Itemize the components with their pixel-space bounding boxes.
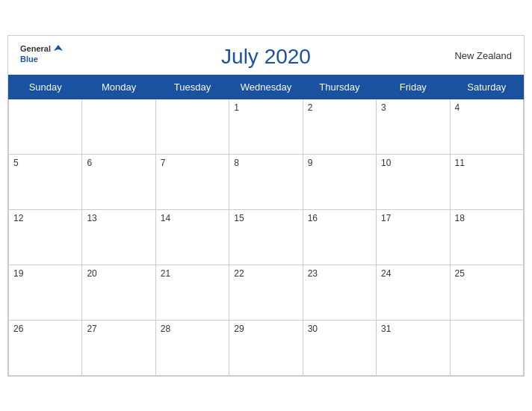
day-number: 4	[455, 102, 460, 113]
calendar-cell: 29	[229, 320, 303, 375]
day-number: 1	[234, 102, 239, 113]
header-tuesday: Tuesday	[155, 75, 229, 99]
day-number: 30	[308, 324, 318, 334]
day-number: 29	[234, 324, 244, 334]
calendar-cell: 2	[303, 99, 376, 154]
header-sunday: Sunday	[9, 75, 82, 99]
calendar-cell: 25	[450, 265, 523, 320]
calendar-cell: 18	[450, 209, 523, 265]
day-number: 13	[87, 213, 96, 223]
day-number: 9	[308, 158, 313, 168]
day-number: 12	[13, 213, 23, 223]
day-number: 31	[381, 324, 391, 334]
header-friday: Friday	[377, 75, 450, 99]
day-number: 27	[87, 324, 96, 334]
calendar-cell: 21	[155, 265, 229, 320]
calendar-header: General Blue July 2020 New Zealand	[8, 36, 524, 75]
calendar-cell: 15	[229, 209, 303, 265]
calendar-cell: 4	[450, 99, 523, 154]
day-number: 11	[455, 158, 465, 168]
calendar-cell: 19	[9, 265, 82, 320]
day-number: 10	[381, 158, 391, 168]
day-number: 25	[455, 268, 465, 279]
calendar-cell: 16	[303, 209, 376, 265]
calendar-cell: 20	[82, 265, 155, 320]
calendar-cell: 9	[303, 154, 376, 209]
month-title: July 2020	[221, 45, 311, 69]
calendar-cell: 13	[82, 209, 155, 265]
calendar-cell: 27	[82, 320, 155, 375]
day-number: 14	[161, 213, 170, 223]
day-number: 8	[234, 158, 239, 168]
day-number: 23	[308, 268, 318, 279]
day-number: 20	[87, 268, 96, 279]
calendar-cell: 23	[303, 265, 376, 320]
logo-blue: Blue	[20, 55, 38, 64]
calendar-cell	[9, 99, 82, 154]
calendar-cell: 7	[155, 154, 229, 209]
calendar-cell: 22	[229, 265, 303, 320]
header-saturday: Saturday	[450, 75, 523, 99]
calendar-cell: 30	[303, 320, 376, 375]
calendar-cell: 3	[377, 99, 450, 154]
calendar-table: Sunday Monday Tuesday Wednesday Thursday…	[8, 75, 524, 376]
day-number: 16	[308, 213, 318, 223]
day-number: 6	[87, 158, 92, 168]
calendar-cell	[450, 320, 523, 375]
header-wednesday: Wednesday	[229, 75, 303, 99]
logo-bird-icon	[52, 43, 64, 55]
calendar-body: 1234567891011121314151617181920212223242…	[9, 99, 524, 375]
day-number: 7	[161, 158, 166, 168]
calendar-container: General Blue July 2020 New Zealand Sunda…	[7, 35, 525, 377]
header-monday: Monday	[82, 75, 155, 99]
day-number: 21	[161, 268, 170, 279]
day-number: 24	[381, 268, 391, 279]
day-number: 5	[13, 158, 19, 168]
calendar-cell: 11	[450, 154, 523, 209]
svg-marker-0	[54, 45, 63, 51]
calendar-cell: 5	[9, 154, 82, 209]
calendar-week-1: 1234	[9, 99, 524, 154]
calendar-cell: 8	[229, 154, 303, 209]
calendar-week-2: 567891011	[9, 154, 524, 209]
calendar-cell: 24	[377, 265, 450, 320]
logo-area: General Blue	[20, 43, 64, 64]
calendar-cell: 10	[377, 154, 450, 209]
calendar-cell: 14	[155, 209, 229, 265]
calendar-week-4: 19202122232425	[9, 265, 524, 320]
day-number: 3	[381, 102, 386, 113]
day-number: 19	[13, 268, 23, 279]
calendar-cell: 12	[9, 209, 82, 265]
day-number: 2	[308, 102, 313, 113]
day-number: 26	[13, 324, 23, 334]
country-label: New Zealand	[454, 49, 512, 61]
weekday-header-row: Sunday Monday Tuesday Wednesday Thursday…	[9, 75, 524, 99]
calendar-cell: 1	[229, 99, 303, 154]
calendar-cell	[155, 99, 229, 154]
calendar-week-3: 12131415161718	[9, 209, 524, 265]
calendar-cell: 26	[9, 320, 82, 375]
day-number: 18	[455, 213, 465, 223]
calendar-cell: 28	[155, 320, 229, 375]
day-number: 15	[234, 213, 244, 223]
day-number: 17	[381, 213, 391, 223]
day-number: 28	[161, 324, 170, 334]
logo-general: General	[20, 45, 51, 53]
calendar-cell: 6	[82, 154, 155, 209]
day-number: 22	[234, 268, 244, 279]
calendar-cell: 31	[377, 320, 450, 375]
calendar-week-5: 262728293031	[9, 320, 524, 375]
calendar-cell: 17	[377, 209, 450, 265]
calendar-cell	[82, 99, 155, 154]
header-thursday: Thursday	[303, 75, 376, 99]
